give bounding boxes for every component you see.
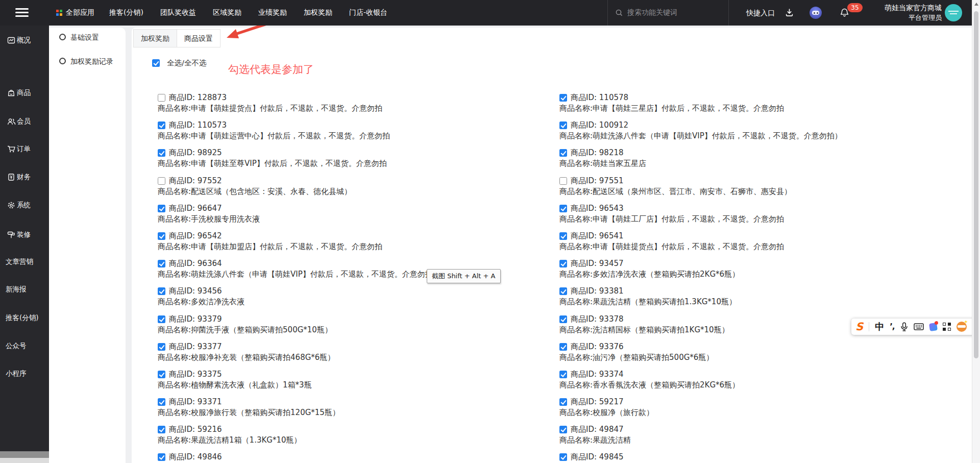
product-name: 商品名称:果蔬洗洁精（整箱购买请拍1.3KG*10瓶） — [559, 297, 958, 307]
top-nav-item[interactable]: 加权奖励 — [304, 8, 332, 17]
product-item: 商品ID: 96541 商品名称:申请【萌娃提货点】付款后，不退款，不退货。介意… — [559, 231, 958, 252]
product-name: 商品名称:多效洁净洗衣液（整箱购买请拍2KG*6瓶） — [559, 269, 958, 280]
download-icon[interactable] — [785, 8, 794, 19]
product-checkbox[interactable] — [158, 205, 165, 212]
product-name: 商品名称:申请【萌娃提货点】付款后，不退款，不退货。介意勿拍 — [559, 241, 958, 252]
product-checkbox[interactable] — [158, 177, 165, 185]
sidebar-item-orders[interactable]: 订单 — [0, 144, 49, 154]
product-checkbox[interactable] — [158, 260, 165, 267]
keyboard-icon[interactable] — [914, 323, 924, 331]
product-item: 商品ID: 93377 商品名称:校服净补充装（整箱购买请拍468G*6瓶） — [158, 342, 556, 363]
product-name: 商品名称:果蔬洗洁精1箱（1.3KG*10瓶） — [158, 435, 556, 446]
top-nav-item[interactable]: 区域奖励 — [213, 8, 241, 17]
product-id-row: 商品ID: 49845 — [559, 452, 958, 462]
product-id: 商品ID: 98218 — [571, 148, 624, 157]
hamburger-menu-icon[interactable] — [15, 8, 29, 17]
screenshot-hotkey-tooltip: 截图 Shift + Alt + A — [427, 269, 501, 283]
product-checkbox[interactable] — [158, 371, 165, 378]
product-checkbox[interactable] — [559, 121, 567, 129]
product-id: 商品ID: 93374 — [571, 370, 624, 379]
product-checkbox[interactable] — [158, 343, 165, 351]
product-id-row: 商品ID: 93456 — [158, 286, 556, 297]
tab-bar: 加权奖励 商品设置 — [133, 29, 220, 47]
submenu-item-weighted-reward-records[interactable]: 加权奖励记录 — [49, 56, 126, 67]
product-id: 商品ID: 97552 — [169, 176, 222, 185]
product-checkbox[interactable] — [559, 149, 567, 157]
product-id-row: 商品ID: 96364 — [158, 258, 556, 269]
product-id-row: 商品ID: 93377 — [158, 342, 556, 352]
product-checkbox[interactable] — [559, 343, 567, 351]
mini-grid-icon[interactable] — [943, 323, 951, 331]
avatar[interactable] — [945, 4, 962, 21]
sidebar-item-new-poster[interactable]: 新海报 — [0, 284, 49, 295]
scrollbar-up-arrow[interactable] — [974, 3, 978, 6]
product-checkbox[interactable] — [559, 232, 567, 240]
sidebar-item-article-marketing[interactable]: 文章营销 — [0, 257, 49, 267]
microphone-icon[interactable] — [900, 322, 908, 331]
top-nav-item[interactable]: 团队奖收益 — [160, 8, 196, 17]
product-checkbox[interactable] — [559, 315, 567, 323]
tab-weighted-reward[interactable]: 加权奖励 — [133, 29, 177, 47]
quick-entry-button[interactable]: 快捷入口 — [746, 9, 775, 18]
product-id-row: 商品ID: 93376 — [559, 342, 958, 352]
product-checkbox[interactable] — [158, 315, 165, 323]
radio-icon[interactable] — [59, 58, 66, 64]
sidebar-item-overview[interactable]: 概况 — [0, 35, 49, 45]
sidebar-item-official-account[interactable]: 公众号 — [0, 341, 49, 351]
tab-goods-settings[interactable]: 商品设置 — [177, 29, 220, 47]
sidebar-item-decorate[interactable]: 装修 — [0, 230, 49, 240]
product-list-right: 商品ID: 110578 商品名称:申请【萌娃三星店】付款后，不退款，不退货。介… — [559, 92, 958, 463]
radio-icon[interactable] — [59, 34, 66, 40]
chinese-mode-icon[interactable]: 中 — [875, 321, 884, 333]
product-checkbox[interactable] — [559, 205, 567, 212]
product-item: 商品ID: 97551 商品名称:配送区域（泉州市区、晋江市、南安市、石狮市、惠… — [559, 176, 958, 197]
product-checkbox[interactable] — [559, 177, 567, 185]
product-checkbox[interactable] — [559, 287, 567, 295]
product-checkbox[interactable] — [158, 287, 165, 295]
product-checkbox[interactable] — [559, 426, 567, 433]
product-id-row: 商品ID: 93371 — [158, 397, 556, 407]
product-id: 商品ID: 93375 — [169, 370, 222, 379]
product-item: 商品ID: 59216 商品名称:果蔬洗洁精1箱（1.3KG*10瓶） — [158, 424, 556, 446]
top-nav-item[interactable]: 推客(分销) — [109, 8, 143, 17]
sidebar-item-mini-program[interactable]: 小程序 — [0, 369, 49, 379]
product-item: 商品ID: 96647 商品名称:手洗校服专用洗衣液 — [158, 203, 556, 225]
sidebar-item-finance[interactable]: 财务 — [0, 172, 49, 182]
sidebar-item-goods[interactable]: 商品 — [0, 88, 49, 98]
product-checkbox[interactable] — [559, 94, 567, 102]
product-checkbox[interactable] — [559, 260, 567, 267]
product-checkbox[interactable] — [158, 94, 165, 102]
punctuation-icon[interactable]: ’, — [890, 322, 894, 331]
skin-icon[interactable] — [929, 323, 938, 331]
product-checkbox[interactable] — [158, 426, 165, 433]
horizontal-scrollbar-thumb[interactable] — [0, 451, 49, 458]
product-checkbox[interactable] — [158, 121, 165, 129]
top-nav-item[interactable]: 业绩奖励 — [258, 8, 287, 17]
product-id: 商品ID: 49845 — [571, 452, 624, 461]
select-all-checkbox[interactable] — [152, 59, 160, 67]
assistant-robot-icon[interactable] — [810, 7, 822, 19]
product-checkbox[interactable] — [158, 453, 165, 461]
top-bar: 全部应用 推客(分销)团队奖收益区域奖励业绩奖励加权奖励门店-收银台 搜索功能关… — [0, 0, 980, 26]
product-checkbox[interactable] — [158, 232, 165, 240]
product-checkbox[interactable] — [559, 453, 567, 461]
members-icon — [7, 117, 16, 126]
vertical-scrollbar — [972, 0, 980, 463]
emoji-face-icon[interactable]: ✦ — [957, 322, 967, 332]
product-checkbox[interactable] — [158, 398, 165, 406]
product-name: 商品名称:油污净（整箱购买请拍500G*6瓶） — [559, 352, 958, 363]
product-checkbox[interactable] — [559, 398, 567, 406]
product-name: 商品名称:配送区域（泉州市区、晋江市、南安市、石狮市、惠安县） — [559, 186, 958, 197]
sidebar-item-system[interactable]: 系统 — [0, 200, 49, 210]
vertical-scrollbar-thumb[interactable] — [974, 11, 978, 358]
product-checkbox[interactable] — [559, 371, 567, 378]
product-checkbox[interactable] — [158, 149, 165, 157]
sidebar-item-members[interactable]: 会员 — [0, 116, 49, 127]
product-id-row: 商品ID: 97551 — [559, 176, 958, 186]
sogou-logo-icon[interactable]: S — [855, 319, 863, 334]
submenu-item-basic-settings[interactable]: 基础设置 — [49, 32, 126, 43]
top-nav-item[interactable]: 门店-收银台 — [349, 8, 387, 17]
search-input[interactable]: 搜索功能关键词 — [607, 0, 729, 26]
all-apps-button[interactable]: 全部应用 — [56, 0, 94, 26]
sidebar-item-distribution[interactable]: 推客(分销) — [0, 313, 49, 323]
